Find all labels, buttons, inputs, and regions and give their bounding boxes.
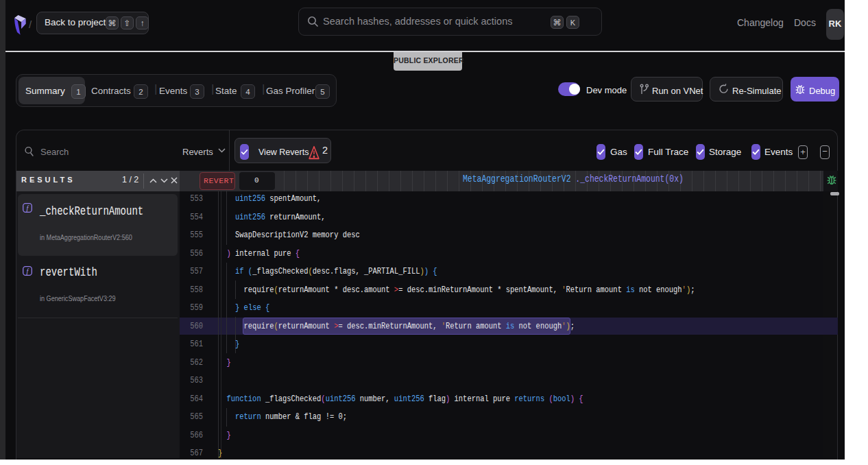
svg-text:f: f xyxy=(27,267,29,275)
svg-text:f: f xyxy=(27,204,29,212)
